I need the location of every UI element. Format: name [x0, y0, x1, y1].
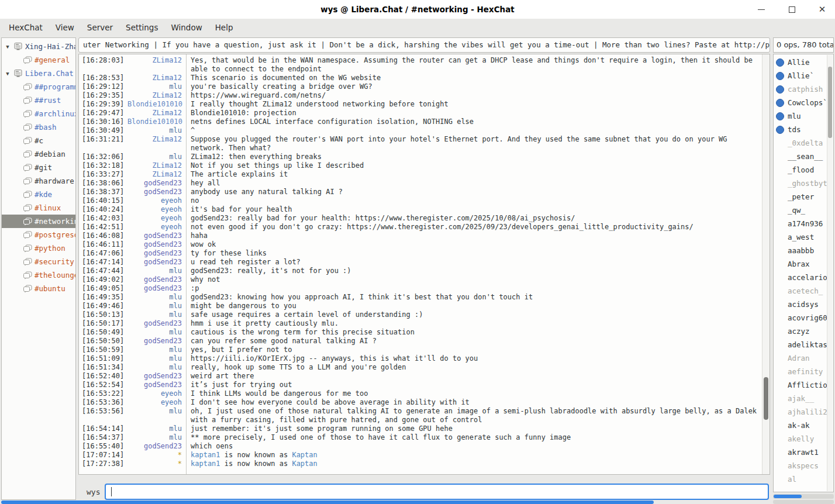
- user-list-item[interactable]: Afflictio: [774, 378, 833, 392]
- user-list-item[interactable]: Allie: [774, 56, 833, 69]
- user-list-item[interactable]: a174n936: [774, 217, 833, 230]
- tree-channel--bash[interactable]: #bash: [2, 120, 75, 134]
- user-list-item[interactable]: Abrax: [774, 257, 833, 271]
- message-nick[interactable]: eyeoh: [127, 205, 186, 214]
- tree-channel--hardware[interactable]: #hardware: [2, 174, 75, 188]
- message-nick[interactable]: godSend23: [127, 240, 186, 249]
- userlist-hscrollbar-track[interactable]: [773, 500, 834, 504]
- message-nick[interactable]: mlu: [127, 126, 186, 135]
- message-nick[interactable]: godSend23: [127, 258, 186, 267]
- message-nick[interactable]: eyeoh: [127, 223, 186, 232]
- message-nick[interactable]: ZLima12: [127, 161, 186, 170]
- message-nick[interactable]: mlu: [127, 407, 186, 416]
- tree-server-libera-chat[interactable]: ▼Libera.Chat: [2, 67, 75, 80]
- nick-link[interactable]: Kaptan: [292, 451, 317, 459]
- user-list-item[interactable]: akrawt1: [774, 446, 833, 459]
- expander-icon[interactable]: ▼: [3, 71, 12, 77]
- message-nick[interactable]: eyeoh: [127, 389, 186, 398]
- message-nick[interactable]: godSend23: [127, 381, 186, 389]
- message-nick[interactable]: godSend23: [127, 337, 186, 346]
- message-nick[interactable]: ZLima12: [127, 170, 186, 179]
- message-nick[interactable]: godSend23: [127, 275, 186, 284]
- message-nick[interactable]: godSend23: [127, 249, 186, 258]
- userlist-scrollbar[interactable]: [827, 55, 833, 491]
- chat-scrollbar-thumb[interactable]: [764, 377, 768, 420]
- message-nick[interactable]: ZLima12: [127, 135, 186, 144]
- user-list-item[interactable]: Allie`: [774, 69, 833, 82]
- message-nick[interactable]: godSend23: [127, 188, 186, 196]
- expander-icon[interactable]: ▼: [3, 44, 12, 50]
- user-list-item[interactable]: Cowclops`: [774, 96, 833, 109]
- topic-input[interactable]: uter Networking | If you have a question…: [78, 37, 770, 53]
- tree-channel--rust[interactable]: ##rust: [2, 94, 75, 107]
- message-nick[interactable]: mlu: [127, 354, 186, 363]
- message-nick[interactable]: mlu: [127, 433, 186, 442]
- user-list-item[interactable]: catphish: [774, 82, 833, 96]
- user-list-item[interactable]: aefinity: [774, 365, 833, 378]
- message-nick[interactable]: eyeoh: [127, 196, 186, 205]
- message-nick[interactable]: Blondie101010: [127, 118, 186, 126]
- user-list-item[interactable]: Adran: [774, 351, 833, 365]
- message-nick[interactable]: Blondie101010: [127, 100, 186, 109]
- user-list-item[interactable]: tds: [774, 123, 833, 136]
- tree-channel--security[interactable]: #security: [2, 255, 75, 268]
- minimize-icon[interactable]: [757, 5, 766, 14]
- message-nick[interactable]: godSend23: [127, 284, 186, 293]
- message-nick[interactable]: godSend23: [127, 319, 186, 328]
- message-nick[interactable]: godSend23: [127, 179, 186, 188]
- message-nick[interactable]: mlu: [127, 328, 186, 337]
- user-list-item[interactable]: al: [774, 472, 833, 486]
- user-list-item[interactable]: aczyz: [774, 325, 833, 338]
- tree-channel--general[interactable]: #general: [2, 53, 75, 67]
- message-nick[interactable]: *: [127, 460, 186, 468]
- message-nick[interactable]: mlu: [127, 424, 186, 433]
- menu-item-window[interactable]: Window: [164, 20, 208, 35]
- user-list-item[interactable]: acidsys: [774, 298, 833, 311]
- message-nick[interactable]: mlu: [127, 302, 186, 310]
- user-list-item[interactable]: _qw_: [774, 203, 833, 217]
- tree-channel--c[interactable]: #c: [2, 134, 75, 147]
- menu-item-hexchat[interactable]: HexChat: [2, 20, 49, 35]
- tree-channel--python[interactable]: #python: [2, 241, 75, 255]
- bottom-hscrollbar-thumb[interactable]: [1, 500, 654, 504]
- nick-link[interactable]: kaptan1: [191, 451, 220, 459]
- message-nick[interactable]: mlu: [127, 267, 186, 275]
- nick-link[interactable]: kaptan1: [191, 460, 220, 468]
- user-list-item[interactable]: ak-ak: [774, 419, 833, 432]
- tree-channel--archlinux[interactable]: #archlinux: [2, 107, 75, 120]
- user-list-item[interactable]: _peter: [774, 190, 833, 203]
- message-nick[interactable]: godSend23: [127, 232, 186, 240]
- tree-channel--git[interactable]: #git: [2, 161, 75, 174]
- tree-channel--networking[interactable]: #networking: [2, 215, 75, 228]
- menu-item-help[interactable]: Help: [209, 20, 240, 35]
- message-nick[interactable]: ZLima12: [127, 56, 186, 65]
- message-nick[interactable]: mlu: [127, 363, 186, 372]
- message-nick[interactable]: ZLima12: [127, 109, 186, 118]
- message-nick[interactable]: godSend23: [127, 442, 186, 451]
- message-nick[interactable]: mlu: [127, 293, 186, 302]
- message-nick[interactable]: *: [127, 451, 186, 460]
- tree-channel--postgresql[interactable]: #postgresql: [2, 228, 75, 241]
- user-list-item[interactable]: ajak__: [774, 392, 833, 405]
- menu-item-settings[interactable]: Settings: [119, 20, 164, 35]
- message-nick[interactable]: eyeoh: [127, 398, 186, 407]
- message-nick[interactable]: mlu: [127, 346, 186, 354]
- message-input[interactable]: [105, 484, 769, 500]
- tree-channel--programming[interactable]: ##programming: [2, 80, 75, 94]
- message-nick[interactable]: mlu: [127, 310, 186, 319]
- tree-server-xing-hai-zhan[interactable]: ▼Xing-Hai-Zhan: [2, 40, 75, 53]
- maximize-icon[interactable]: [787, 5, 796, 14]
- user-list-item[interactable]: a_west: [774, 230, 833, 244]
- close-icon[interactable]: ✕: [817, 5, 827, 14]
- user-list-item[interactable]: accelario: [774, 271, 833, 284]
- nick-link[interactable]: Kaptan: [292, 460, 317, 468]
- userlist-hscrollbar[interactable]: [773, 494, 834, 499]
- message-nick[interactable]: eyeoh: [127, 214, 186, 223]
- user-list-item[interactable]: mlu: [774, 109, 833, 123]
- message-nick[interactable]: mlu: [127, 82, 186, 91]
- user-list-item[interactable]: acovrig60: [774, 311, 833, 325]
- user-list-item[interactable]: adeliktas: [774, 338, 833, 351]
- menu-item-server[interactable]: Server: [81, 20, 119, 35]
- message-nick[interactable]: ZLima12: [127, 74, 186, 82]
- tree-channel--debian[interactable]: #debian: [2, 147, 75, 161]
